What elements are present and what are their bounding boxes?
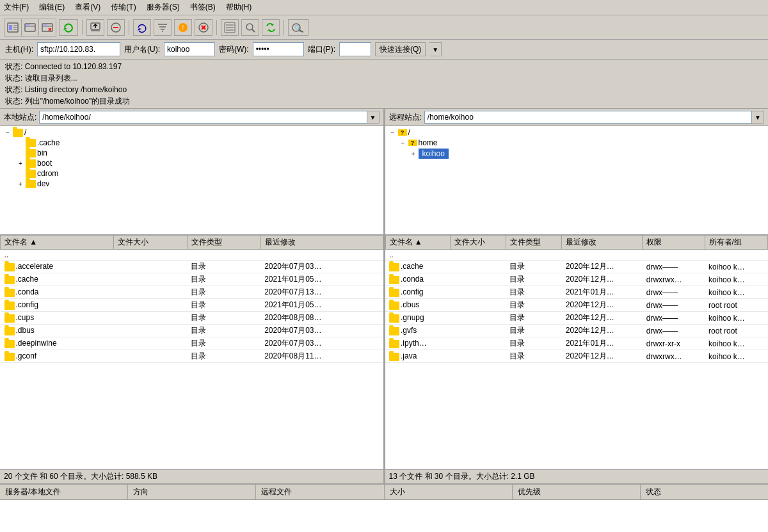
- left-file-size: [114, 325, 188, 337]
- right-tree-toggle-home[interactable]: −: [398, 140, 408, 147]
- menu-transfer[interactable]: 传输(T): [111, 2, 136, 13]
- right-panel: 远程站点: ▼ − ? / − ? home + koihoo: [385, 109, 769, 483]
- toolbar-upload[interactable]: [86, 19, 104, 36]
- menu-edit[interactable]: 编辑(E): [39, 2, 65, 13]
- tree-item-boot[interactable]: + boot: [0, 158, 383, 168]
- tree-item-dev[interactable]: + dev: [0, 179, 383, 189]
- menu-server[interactable]: 服务器(S): [147, 2, 180, 13]
- left-file-row-6[interactable]: .deepinwine 目录 2020年07月03…: [1, 337, 383, 350]
- host-input[interactable]: [37, 42, 120, 56]
- right-tree-item-home[interactable]: − ? home: [385, 138, 769, 148]
- right-col-size[interactable]: 文件大小: [450, 236, 506, 250]
- left-path-input[interactable]: [39, 111, 367, 124]
- toolbar-sync[interactable]: [262, 19, 280, 36]
- pass-input[interactable]: [253, 42, 304, 56]
- left-file-type: 目录: [187, 325, 260, 337]
- left-col-name[interactable]: 文件名 ▲: [1, 236, 114, 250]
- menu-view[interactable]: 查看(V): [75, 2, 100, 13]
- menu-bookmark[interactable]: 书签(B): [190, 2, 216, 13]
- right-path-input[interactable]: [424, 111, 752, 124]
- toolbar-disconnect[interactable]: [195, 19, 212, 36]
- toolbar-refresh[interactable]: [133, 19, 151, 36]
- right-col-type[interactable]: 文件类型: [506, 236, 561, 250]
- right-col-owner[interactable]: 所有者/组: [705, 236, 767, 250]
- left-file-row-2[interactable]: .conda 目录 2020年07月13…: [1, 286, 383, 299]
- right-file-row-1[interactable]: .conda 目录 2020年12月… drwxrwx… koihoo k…: [385, 273, 768, 286]
- folder-icon: [389, 340, 399, 348]
- right-file-owner: koihoo k…: [705, 312, 767, 325]
- left-file-table: 文件名 ▲ 文件大小 文件类型 最近修改 .. .accelerate: [0, 235, 383, 363]
- right-tree[interactable]: − ? / − ? home + koihoo: [385, 126, 769, 235]
- right-pathbar: 远程站点: ▼: [385, 109, 769, 126]
- right-file-row-3[interactable]: .dbus 目录 2020年12月… drwx—— root root: [385, 299, 768, 312]
- right-tree-toggle-root[interactable]: −: [388, 129, 398, 136]
- tree-toggle-dev[interactable]: +: [15, 181, 26, 188]
- left-file-row-1[interactable]: .cache 目录 2021年01月05…: [1, 273, 383, 286]
- pass-label: 密码(W):: [219, 44, 249, 55]
- right-file-name: .ipyth…: [385, 337, 450, 350]
- left-file-row-7[interactable]: .gconf 目录 2020年08月11…: [1, 350, 383, 363]
- toolbar-stop[interactable]: [107, 19, 125, 36]
- toolbar-find[interactable]: 🔍: [288, 19, 308, 36]
- right-file-row-0[interactable]: .cache 目录 2020年12月… drwx—— koihoo k…: [385, 261, 768, 273]
- right-col-perms[interactable]: 权限: [643, 236, 705, 250]
- left-file-row-4[interactable]: .cups 目录 2020年08月08…: [1, 312, 383, 325]
- left-file-row-0[interactable]: .accelerate 目录 2020年07月03…: [1, 261, 383, 273]
- tree-item-bin[interactable]: bin: [0, 148, 383, 158]
- tree-item-root[interactable]: − /: [0, 127, 383, 138]
- toolbar-site-manager[interactable]: [4, 19, 22, 36]
- toolbar-close-tab[interactable]: [39, 19, 56, 36]
- menu-file[interactable]: 文件(F): [4, 2, 29, 13]
- right-file-row-6[interactable]: .ipyth… 目录 2021年01月… drwxr-xr-x koihoo k…: [385, 337, 768, 350]
- quick-connect-button[interactable]: 快速连接(Q): [375, 42, 426, 56]
- right-file-row-5[interactable]: .gvfs 目录 2020年12月… drwx—— root root: [385, 325, 768, 337]
- right-tree-item-koihoo[interactable]: + koihoo: [385, 148, 769, 159]
- right-file-row-7[interactable]: .java 目录 2020年12月… drwxrwx… koihoo k…: [385, 350, 768, 363]
- tree-toggle-boot[interactable]: +: [15, 160, 26, 167]
- folder-icon: [4, 302, 15, 310]
- right-file-list[interactable]: 文件名 ▲ 文件大小 文件类型 最近修改 权限 所有者/组 .. .cache: [385, 235, 769, 469]
- left-file-name: .deepinwine: [1, 337, 114, 350]
- left-col-size[interactable]: 文件大小: [114, 236, 188, 250]
- right-path-dropdown[interactable]: ▼: [752, 111, 764, 124]
- left-path-dropdown[interactable]: ▼: [367, 111, 380, 124]
- toolbar-transfer-queue[interactable]: [221, 19, 239, 36]
- right-file-row-4[interactable]: .gnupg 目录 2020年12月… drwx—— koihoo k…: [385, 312, 768, 325]
- right-col-modified[interactable]: 最近修改: [562, 236, 643, 250]
- folder-icon: [4, 327, 15, 335]
- right-tree-item-root[interactable]: − ? /: [385, 127, 769, 138]
- toolbar-filter[interactable]: [154, 19, 172, 36]
- left-file-list[interactable]: 文件名 ▲ 文件大小 文件类型 最近修改 .. .accelerate: [0, 235, 383, 469]
- svg-line-32: [252, 29, 255, 32]
- left-file-row-dotdot[interactable]: ..: [1, 250, 383, 261]
- folder-icon: [389, 353, 399, 361]
- tree-item-cache[interactable]: .cache: [0, 138, 383, 148]
- left-file-size: [114, 312, 188, 325]
- quick-connect-dropdown[interactable]: ▼: [429, 42, 442, 56]
- tree-item-cdrom[interactable]: cdrom: [0, 168, 383, 179]
- status-line-4: 状态: 列出"/home/koihoo"的目录成功: [5, 95, 763, 107]
- status-line-3: 状态: Listing directory /home/koihoo: [5, 84, 763, 95]
- toolbar-toggletransfer[interactable]: !: [174, 19, 192, 36]
- left-col-modified[interactable]: 最近修改: [260, 236, 383, 250]
- left-file-size: [114, 273, 188, 286]
- right-file-row-dotdot[interactable]: ..: [385, 250, 768, 261]
- left-file-type: 目录: [187, 312, 260, 325]
- port-input[interactable]: [339, 42, 371, 56]
- menu-help[interactable]: 帮助(H): [226, 2, 252, 13]
- left-file-row-3[interactable]: .config 目录 2021年01月05…: [1, 299, 383, 312]
- user-input[interactable]: [164, 42, 215, 56]
- left-file-row-5[interactable]: .dbus 目录 2020年07月03…: [1, 325, 383, 337]
- right-col-name[interactable]: 文件名 ▲: [385, 236, 450, 250]
- tree-toggle-root[interactable]: −: [3, 129, 13, 136]
- left-col-type[interactable]: 文件类型: [187, 236, 260, 250]
- connection-bar: 主机(H): 用户名(U): 密码(W): 端口(P): 快速连接(Q) ▼: [0, 40, 768, 60]
- right-file-row-2[interactable]: .config 目录 2021年01月… drwx—— koihoo k…: [385, 286, 768, 299]
- toolbar-new-tab[interactable]: [22, 19, 39, 36]
- toolbar-search[interactable]: [241, 19, 259, 36]
- right-tree-toggle-koihoo[interactable]: +: [408, 150, 419, 157]
- transfer-col-status: 状态: [641, 485, 768, 499]
- toolbar-reconnect[interactable]: [59, 19, 78, 36]
- left-file-type: 目录: [187, 261, 260, 273]
- left-tree[interactable]: − / .cache bin + boot: [0, 126, 383, 235]
